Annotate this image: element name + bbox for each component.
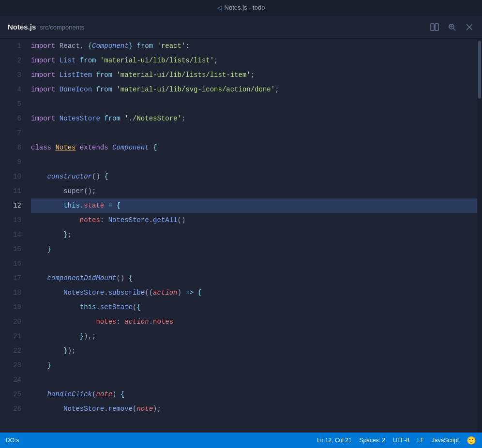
token: ; — [251, 68, 255, 82]
line-number-14: 14 — [0, 227, 29, 242]
token: { — [120, 387, 124, 402]
code-line-21: }),; — [31, 329, 477, 343]
line-number-1: 1 — [0, 39, 29, 53]
token: { — [104, 169, 108, 184]
token: List — [60, 53, 76, 68]
svg-line-3 — [453, 29, 455, 30]
code-area[interactable]: import React, {Component} from 'react';i… — [29, 39, 477, 433]
token: React, — [55, 39, 88, 53]
token — [55, 82, 59, 97]
title-bar-file-icon: ◁ — [217, 4, 222, 11]
code-line-17: componentDidMount() { — [31, 271, 477, 285]
status-todo[interactable]: DO:s — [6, 437, 19, 444]
token — [55, 53, 59, 68]
token: { — [153, 140, 157, 155]
token — [31, 271, 47, 285]
token: : — [100, 213, 108, 227]
line-number-12: 12 — [0, 198, 29, 213]
line-numbers: 1234567891011121314151617181920212223242… — [0, 39, 29, 433]
line-number-3: 3 — [0, 68, 29, 82]
token: notes — [96, 314, 116, 329]
line-number-6: 6 — [0, 111, 29, 126]
token: () — [116, 271, 128, 285]
code-line-11: super(); — [31, 184, 477, 198]
split-editor-icon[interactable] — [430, 22, 439, 32]
token: import — [31, 39, 55, 53]
token: state — [84, 198, 104, 213]
token: ; — [68, 227, 72, 242]
token: = — [108, 198, 112, 213]
editor-title: Notes.js src/components — [8, 23, 84, 31]
token — [92, 82, 96, 97]
token: from — [136, 39, 153, 53]
search-preview-icon[interactable] — [447, 22, 457, 32]
token: ); — [153, 402, 161, 416]
code-line-19: this.setState({ — [31, 300, 477, 314]
code-line-6: import NotesStore from './NotesStore'; — [31, 111, 477, 126]
token: () — [92, 169, 104, 184]
token: this — [80, 300, 96, 314]
line-number-10: 10 — [0, 169, 29, 184]
line-number-17: 17 — [0, 271, 29, 285]
token: { — [129, 271, 133, 285]
code-line-1: import React, {Component} from 'react'; — [31, 39, 477, 53]
line-number-20: 20 — [0, 314, 29, 329]
token: import — [31, 68, 55, 82]
token: => — [185, 285, 194, 300]
token — [31, 300, 80, 314]
token: ),; — [84, 329, 96, 343]
svg-rect-0 — [431, 24, 434, 30]
token — [112, 68, 116, 82]
token: 'react' — [157, 39, 186, 53]
token: './NotesStore' — [124, 111, 181, 126]
token: { — [136, 300, 140, 314]
token — [153, 39, 157, 53]
line-number-15: 15 — [0, 242, 29, 256]
code-line-5 — [31, 97, 477, 111]
code-line-3: import ListItem from 'material-ui/lib/li… — [31, 68, 477, 82]
line-number-9: 9 — [0, 155, 29, 169]
line-number-21: 21 — [0, 329, 29, 343]
token: super(); — [31, 184, 96, 198]
token: (( — [145, 285, 153, 300]
token — [75, 140, 79, 155]
token: ; — [275, 82, 279, 97]
token: action — [153, 285, 177, 300]
status-line-ending[interactable]: LF — [417, 437, 424, 444]
token: ; — [214, 53, 218, 68]
token: . — [149, 314, 153, 329]
token — [112, 82, 116, 97]
status-encoding[interactable]: UTF-8 — [393, 437, 409, 444]
token — [55, 68, 59, 82]
token — [194, 285, 197, 300]
token: } — [129, 39, 133, 53]
scrollbar-thumb[interactable] — [478, 41, 481, 99]
close-icon[interactable] — [465, 22, 474, 32]
status-left: DO:s — [6, 437, 19, 444]
token: } — [80, 329, 84, 343]
token: Component — [112, 140, 149, 155]
line-number-22: 22 — [0, 343, 29, 358]
code-line-16 — [31, 256, 477, 271]
status-position[interactable]: Ln 12, Col 21 — [317, 437, 351, 444]
line-number-25: 25 — [0, 387, 29, 402]
token — [108, 140, 112, 155]
token — [92, 68, 96, 82]
status-language[interactable]: JavaScript — [432, 437, 459, 444]
token: notes — [153, 314, 173, 329]
token: constructor — [47, 169, 92, 184]
token: ( — [133, 402, 136, 416]
token — [112, 198, 116, 213]
header-icons — [430, 22, 474, 32]
status-spaces[interactable]: Spaces: 2 — [360, 437, 385, 444]
token — [104, 198, 108, 213]
token — [31, 402, 63, 416]
token: from — [96, 82, 112, 97]
token: ) — [112, 387, 120, 402]
code-line-24 — [31, 373, 477, 387]
token: NotesStore — [63, 285, 104, 300]
scrollbar-track[interactable] — [477, 39, 482, 433]
token: ListItem — [60, 68, 92, 82]
code-line-22: }); — [31, 343, 477, 358]
token: note — [96, 387, 112, 402]
